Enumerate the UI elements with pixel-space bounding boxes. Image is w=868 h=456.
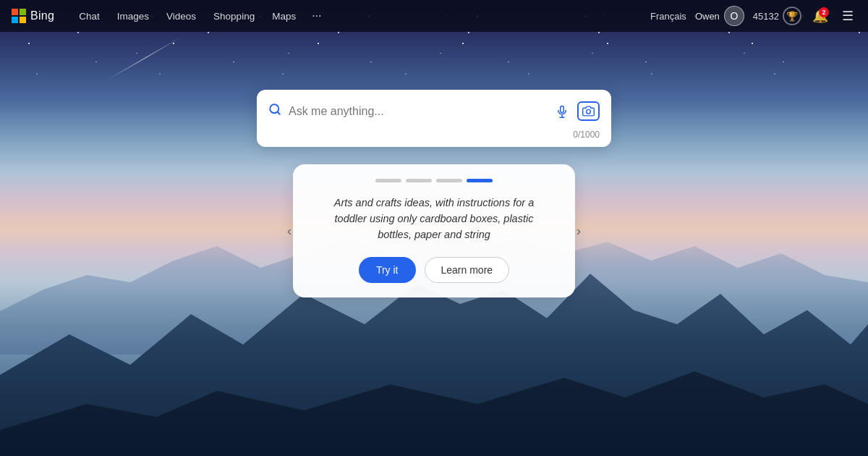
search-footer: 0/1000 — [268, 125, 600, 140]
next-suggestion-button[interactable]: › — [572, 219, 585, 243]
progress-dots — [310, 179, 558, 182]
svg-rect-2 — [561, 106, 564, 112]
user-name: Owen — [695, 11, 720, 22]
search-input[interactable] — [289, 105, 545, 118]
language-selector[interactable]: Français — [650, 11, 686, 22]
hamburger-menu[interactable]: ☰ — [839, 5, 856, 27]
suggestion-text: Arts and crafts ideas, with instructions… — [310, 195, 558, 242]
nav-links: Chat Images Videos Shopping Maps ··· — [72, 7, 650, 25]
learn-more-button[interactable]: Learn more — [425, 257, 510, 283]
svg-line-1 — [277, 111, 279, 114]
search-actions — [553, 101, 600, 121]
score-display[interactable]: 45132 🏆 — [753, 7, 801, 25]
user-avatar: O — [724, 6, 744, 26]
search-box: 0/1000 — [257, 90, 611, 147]
notification-badge: 2 — [819, 7, 829, 17]
nav-more-button[interactable]: ··· — [306, 7, 327, 25]
notifications-bell[interactable]: 🔔 2 — [810, 6, 830, 26]
try-it-button[interactable]: Try it — [359, 257, 416, 283]
suggestion-card: ‹ › Arts and crafts ideas, with instruct… — [293, 164, 575, 297]
score-value: 45132 — [753, 11, 779, 22]
nav-right: Français Owen O 45132 🏆 🔔 2 ☰ — [650, 5, 856, 27]
nav-link-images[interactable]: Images — [110, 8, 156, 25]
nav-link-videos[interactable]: Videos — [159, 8, 203, 25]
dot-1[interactable] — [375, 179, 401, 182]
score-icon: 🏆 — [783, 7, 801, 25]
microphone-button[interactable] — [553, 102, 571, 121]
brand-logo[interactable]: Bing — [12, 9, 54, 23]
navbar: Bing Chat Images Videos Shopping Maps ··… — [0, 0, 868, 32]
svg-point-5 — [587, 109, 591, 114]
ms-logo-green — [20, 9, 26, 15]
nav-link-shopping[interactable]: Shopping — [206, 8, 262, 25]
dot-4-active[interactable] — [467, 179, 493, 182]
main-content: 0/1000 ‹ › Arts and crafts ideas, with i… — [0, 32, 868, 456]
prev-suggestion-button[interactable]: ‹ — [283, 219, 296, 243]
suggestion-actions: Try it Learn more — [310, 257, 558, 283]
visual-search-button[interactable] — [577, 101, 600, 121]
dot-3[interactable] — [436, 179, 462, 182]
ms-logo-blue — [12, 17, 18, 23]
brand-name: Bing — [30, 9, 54, 22]
nav-link-chat[interactable]: Chat — [72, 8, 107, 25]
ms-logo-yellow — [20, 17, 26, 23]
search-icon — [268, 103, 281, 119]
dot-2[interactable] — [406, 179, 432, 182]
user-menu[interactable]: Owen O — [695, 6, 744, 26]
ms-logo-red — [12, 9, 18, 15]
nav-link-maps[interactable]: Maps — [265, 8, 303, 25]
microsoft-logo-icon — [12, 9, 26, 23]
search-input-row — [268, 101, 600, 121]
char-count: 0/1000 — [573, 130, 600, 140]
